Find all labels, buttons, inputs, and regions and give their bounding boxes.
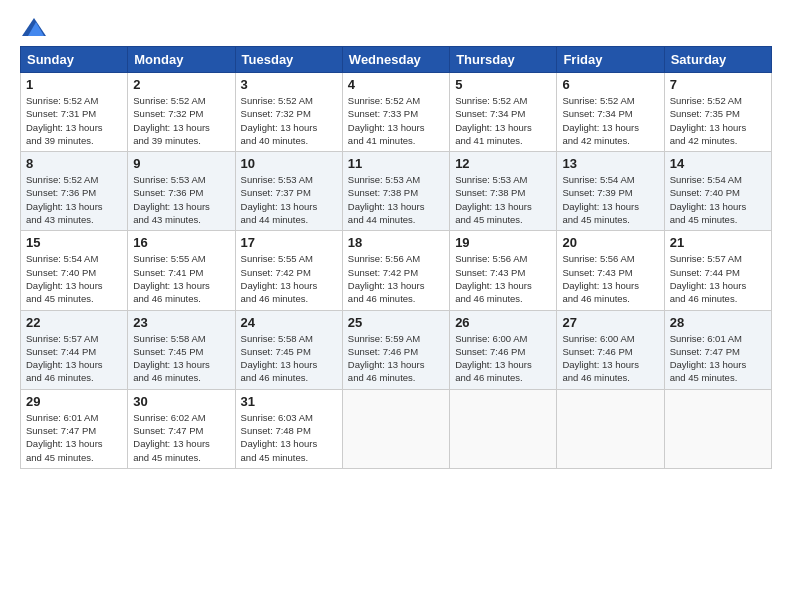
calendar-cell: 13 Sunrise: 5:54 AMSunset: 7:39 PMDaylig… xyxy=(557,152,664,231)
day-info: Sunrise: 5:52 AMSunset: 7:31 PMDaylight:… xyxy=(26,95,103,146)
day-number: 30 xyxy=(133,394,229,409)
day-number: 12 xyxy=(455,156,551,171)
calendar-cell: 16 Sunrise: 5:55 AMSunset: 7:41 PMDaylig… xyxy=(128,231,235,310)
day-number: 18 xyxy=(348,235,444,250)
day-number: 6 xyxy=(562,77,658,92)
day-info: Sunrise: 5:53 AMSunset: 7:38 PMDaylight:… xyxy=(348,174,425,225)
day-info: Sunrise: 6:00 AMSunset: 7:46 PMDaylight:… xyxy=(455,333,532,384)
calendar-cell: 4 Sunrise: 5:52 AMSunset: 7:33 PMDayligh… xyxy=(342,73,449,152)
day-number: 21 xyxy=(670,235,766,250)
calendar-cell: 14 Sunrise: 5:54 AMSunset: 7:40 PMDaylig… xyxy=(664,152,771,231)
calendar-cell: 5 Sunrise: 5:52 AMSunset: 7:34 PMDayligh… xyxy=(450,73,557,152)
weekday-header-tuesday: Tuesday xyxy=(235,47,342,73)
day-info: Sunrise: 5:58 AMSunset: 7:45 PMDaylight:… xyxy=(133,333,210,384)
weekday-header-monday: Monday xyxy=(128,47,235,73)
day-number: 11 xyxy=(348,156,444,171)
day-number: 10 xyxy=(241,156,337,171)
calendar-cell: 21 Sunrise: 5:57 AMSunset: 7:44 PMDaylig… xyxy=(664,231,771,310)
day-info: Sunrise: 5:54 AMSunset: 7:40 PMDaylight:… xyxy=(670,174,747,225)
day-number: 27 xyxy=(562,315,658,330)
day-info: Sunrise: 5:57 AMSunset: 7:44 PMDaylight:… xyxy=(670,253,747,304)
calendar-cell xyxy=(664,389,771,468)
logo-icon xyxy=(22,18,46,36)
calendar-cell: 11 Sunrise: 5:53 AMSunset: 7:38 PMDaylig… xyxy=(342,152,449,231)
calendar-week-3: 15 Sunrise: 5:54 AMSunset: 7:40 PMDaylig… xyxy=(21,231,772,310)
day-info: Sunrise: 5:54 AMSunset: 7:39 PMDaylight:… xyxy=(562,174,639,225)
day-number: 2 xyxy=(133,77,229,92)
day-number: 17 xyxy=(241,235,337,250)
day-info: Sunrise: 5:54 AMSunset: 7:40 PMDaylight:… xyxy=(26,253,103,304)
calendar-week-4: 22 Sunrise: 5:57 AMSunset: 7:44 PMDaylig… xyxy=(21,310,772,389)
calendar-cell: 23 Sunrise: 5:58 AMSunset: 7:45 PMDaylig… xyxy=(128,310,235,389)
day-info: Sunrise: 6:01 AMSunset: 7:47 PMDaylight:… xyxy=(670,333,747,384)
calendar-cell: 18 Sunrise: 5:56 AMSunset: 7:42 PMDaylig… xyxy=(342,231,449,310)
calendar-cell: 28 Sunrise: 6:01 AMSunset: 7:47 PMDaylig… xyxy=(664,310,771,389)
day-info: Sunrise: 5:52 AMSunset: 7:35 PMDaylight:… xyxy=(670,95,747,146)
calendar-week-5: 29 Sunrise: 6:01 AMSunset: 7:47 PMDaylig… xyxy=(21,389,772,468)
day-info: Sunrise: 5:55 AMSunset: 7:41 PMDaylight:… xyxy=(133,253,210,304)
day-info: Sunrise: 5:55 AMSunset: 7:42 PMDaylight:… xyxy=(241,253,318,304)
header xyxy=(20,18,772,36)
day-number: 31 xyxy=(241,394,337,409)
day-number: 4 xyxy=(348,77,444,92)
day-info: Sunrise: 5:56 AMSunset: 7:43 PMDaylight:… xyxy=(455,253,532,304)
calendar-cell: 30 Sunrise: 6:02 AMSunset: 7:47 PMDaylig… xyxy=(128,389,235,468)
day-number: 14 xyxy=(670,156,766,171)
day-number: 23 xyxy=(133,315,229,330)
day-number: 28 xyxy=(670,315,766,330)
day-info: Sunrise: 5:56 AMSunset: 7:43 PMDaylight:… xyxy=(562,253,639,304)
calendar-header-row: SundayMondayTuesdayWednesdayThursdayFrid… xyxy=(21,47,772,73)
day-number: 3 xyxy=(241,77,337,92)
day-number: 16 xyxy=(133,235,229,250)
calendar-cell: 6 Sunrise: 5:52 AMSunset: 7:34 PMDayligh… xyxy=(557,73,664,152)
calendar-cell: 1 Sunrise: 5:52 AMSunset: 7:31 PMDayligh… xyxy=(21,73,128,152)
calendar-cell: 10 Sunrise: 5:53 AMSunset: 7:37 PMDaylig… xyxy=(235,152,342,231)
calendar-cell: 25 Sunrise: 5:59 AMSunset: 7:46 PMDaylig… xyxy=(342,310,449,389)
day-number: 25 xyxy=(348,315,444,330)
day-number: 22 xyxy=(26,315,122,330)
day-number: 13 xyxy=(562,156,658,171)
day-info: Sunrise: 5:56 AMSunset: 7:42 PMDaylight:… xyxy=(348,253,425,304)
weekday-header-friday: Friday xyxy=(557,47,664,73)
day-number: 20 xyxy=(562,235,658,250)
day-info: Sunrise: 5:52 AMSunset: 7:33 PMDaylight:… xyxy=(348,95,425,146)
calendar-cell: 20 Sunrise: 5:56 AMSunset: 7:43 PMDaylig… xyxy=(557,231,664,310)
calendar-cell: 15 Sunrise: 5:54 AMSunset: 7:40 PMDaylig… xyxy=(21,231,128,310)
logo xyxy=(20,18,46,36)
day-info: Sunrise: 5:53 AMSunset: 7:38 PMDaylight:… xyxy=(455,174,532,225)
calendar-cell xyxy=(557,389,664,468)
calendar-cell: 12 Sunrise: 5:53 AMSunset: 7:38 PMDaylig… xyxy=(450,152,557,231)
day-info: Sunrise: 6:01 AMSunset: 7:47 PMDaylight:… xyxy=(26,412,103,463)
day-number: 19 xyxy=(455,235,551,250)
day-number: 9 xyxy=(133,156,229,171)
calendar-cell: 31 Sunrise: 6:03 AMSunset: 7:48 PMDaylig… xyxy=(235,389,342,468)
calendar-cell: 19 Sunrise: 5:56 AMSunset: 7:43 PMDaylig… xyxy=(450,231,557,310)
day-info: Sunrise: 5:52 AMSunset: 7:34 PMDaylight:… xyxy=(455,95,532,146)
calendar-cell: 3 Sunrise: 5:52 AMSunset: 7:32 PMDayligh… xyxy=(235,73,342,152)
weekday-header-wednesday: Wednesday xyxy=(342,47,449,73)
calendar-cell: 24 Sunrise: 5:58 AMSunset: 7:45 PMDaylig… xyxy=(235,310,342,389)
day-info: Sunrise: 5:58 AMSunset: 7:45 PMDaylight:… xyxy=(241,333,318,384)
calendar-week-2: 8 Sunrise: 5:52 AMSunset: 7:36 PMDayligh… xyxy=(21,152,772,231)
calendar-cell: 22 Sunrise: 5:57 AMSunset: 7:44 PMDaylig… xyxy=(21,310,128,389)
day-number: 7 xyxy=(670,77,766,92)
day-info: Sunrise: 5:52 AMSunset: 7:34 PMDaylight:… xyxy=(562,95,639,146)
day-info: Sunrise: 5:57 AMSunset: 7:44 PMDaylight:… xyxy=(26,333,103,384)
calendar-cell xyxy=(342,389,449,468)
day-info: Sunrise: 5:53 AMSunset: 7:37 PMDaylight:… xyxy=(241,174,318,225)
calendar-cell: 17 Sunrise: 5:55 AMSunset: 7:42 PMDaylig… xyxy=(235,231,342,310)
calendar-cell: 2 Sunrise: 5:52 AMSunset: 7:32 PMDayligh… xyxy=(128,73,235,152)
calendar-cell xyxy=(450,389,557,468)
weekday-header-thursday: Thursday xyxy=(450,47,557,73)
calendar-cell: 29 Sunrise: 6:01 AMSunset: 7:47 PMDaylig… xyxy=(21,389,128,468)
day-info: Sunrise: 5:53 AMSunset: 7:36 PMDaylight:… xyxy=(133,174,210,225)
day-number: 29 xyxy=(26,394,122,409)
page: SundayMondayTuesdayWednesdayThursdayFrid… xyxy=(0,0,792,479)
calendar-cell: 8 Sunrise: 5:52 AMSunset: 7:36 PMDayligh… xyxy=(21,152,128,231)
day-number: 15 xyxy=(26,235,122,250)
day-info: Sunrise: 5:52 AMSunset: 7:32 PMDaylight:… xyxy=(133,95,210,146)
weekday-header-sunday: Sunday xyxy=(21,47,128,73)
calendar-cell: 7 Sunrise: 5:52 AMSunset: 7:35 PMDayligh… xyxy=(664,73,771,152)
calendar-cell: 9 Sunrise: 5:53 AMSunset: 7:36 PMDayligh… xyxy=(128,152,235,231)
day-info: Sunrise: 6:03 AMSunset: 7:48 PMDaylight:… xyxy=(241,412,318,463)
